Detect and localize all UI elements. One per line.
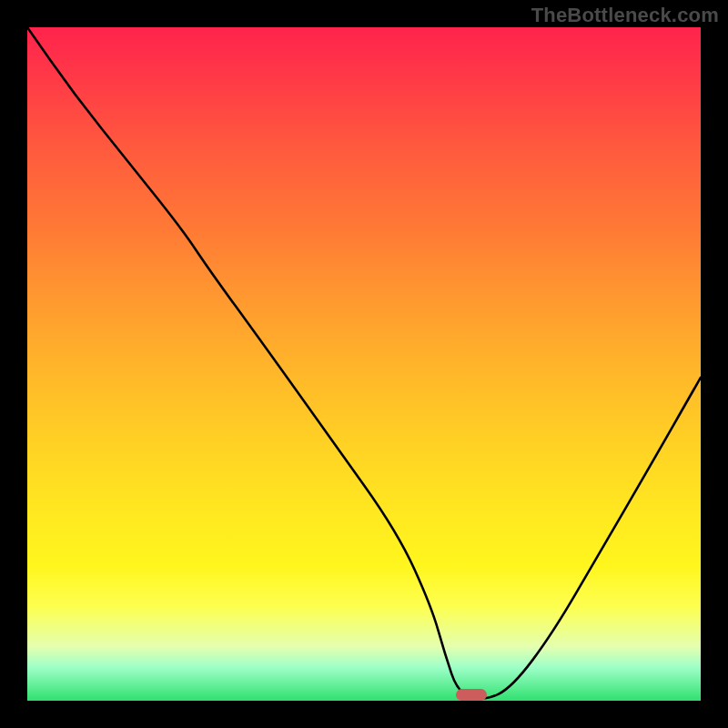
plot-area: [27, 27, 701, 701]
bottleneck-curve: [27, 27, 701, 701]
curve-path: [27, 27, 701, 699]
watermark-text: TheBottleneck.com: [531, 4, 719, 27]
chart-frame: TheBottleneck.com: [0, 0, 728, 728]
optimum-marker: [456, 689, 487, 701]
